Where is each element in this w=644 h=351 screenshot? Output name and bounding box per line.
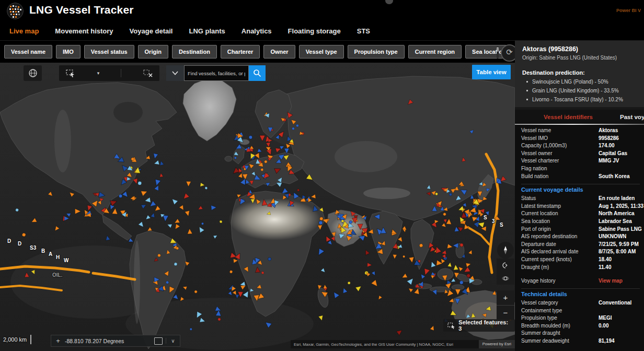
search-collapse-button[interactable]	[166, 65, 184, 81]
route-label: D	[7, 238, 11, 244]
prediction-text: Livorno - Toscana FSRU (Italy) - 10.2%	[532, 97, 623, 102]
detail-tabs: Vessel identifiers Past voyages	[515, 110, 644, 124]
map-canvas[interactable]: DDS3BAHWS3SOIL. ▾	[0, 63, 515, 351]
detail-row: Summer draught	[521, 330, 644, 337]
orbit-icon	[501, 275, 510, 282]
detail-value: Aktoras	[599, 127, 618, 135]
nav-tab-floating-storage[interactable]: Floating storage	[288, 27, 341, 35]
detail-value: 18.40	[599, 256, 612, 264]
search-icon	[253, 69, 261, 77]
orbit-button[interactable]	[497, 272, 514, 285]
filter-button-charterer[interactable]: Charterer	[221, 45, 260, 58]
vessel-marker[interactable]	[449, 193, 452, 196]
detail-row: Current speed (knots)18.40	[521, 256, 644, 264]
vessel-marker[interactable]	[348, 282, 351, 285]
detail-label: Vessel category	[521, 300, 558, 306]
lasso-select-icon	[65, 68, 76, 78]
locate-icon	[501, 262, 510, 269]
filter-button-vessel-status[interactable]: Vessel status	[84, 45, 134, 58]
clear-selection-button[interactable]	[143, 68, 153, 78]
route-label: S	[484, 215, 487, 220]
filter-button-vessel-name[interactable]: Vessel name	[4, 45, 52, 58]
header-notch	[385, 0, 393, 4]
filter-button-destination[interactable]: Destination	[172, 45, 217, 58]
prediction-item: Livorno - Toscana FSRU (Italy) - 10.2%	[522, 97, 644, 102]
bullet-icon	[526, 90, 528, 91]
filter-button-owner[interactable]: Owner	[263, 45, 295, 58]
zoom-in-button[interactable]: +	[497, 290, 514, 306]
filter-button-current-region[interactable]: Current region	[408, 45, 462, 58]
nav-tab-movement-history[interactable]: Movement history	[55, 27, 113, 35]
route-label: S	[500, 222, 503, 228]
select-dropdown-caret[interactable]: ▾	[97, 71, 100, 76]
detail-label: AIS declared arrival date	[521, 249, 579, 254]
detail-row: Capacity (1,000m3)174.00	[521, 142, 644, 150]
basemap-button[interactable]	[24, 65, 42, 81]
app-logo-icon	[6, 2, 24, 20]
destination-prediction-header: Destination prediction:	[522, 69, 644, 76]
detail-value: South Korea	[599, 173, 629, 181]
detail-row: StatusEn route laden	[521, 195, 644, 203]
table-view-button[interactable]: Table view	[472, 65, 511, 79]
detail-label: Containment type	[521, 308, 562, 313]
search-button[interactable]	[249, 65, 266, 81]
prediction-item: Grain LNG (United Kingdom) - 33.5%	[522, 88, 644, 93]
detail-row: Propulsion typeMEGI	[521, 314, 644, 322]
tab-vessel-identifiers[interactable]: Vessel identifiers	[544, 114, 593, 120]
vessel-marker[interactable]	[261, 272, 264, 275]
detail-row: Port of originSabine Pass LNG	[521, 226, 644, 233]
vessel-marker[interactable]	[292, 127, 294, 130]
detail-row: Containment type	[521, 307, 644, 315]
powered-by-esri: Powered by Esri	[479, 340, 515, 348]
detail-row: Flag nation	[521, 165, 644, 173]
compass-button[interactable]	[497, 242, 514, 259]
detail-value: Aug 1, 2025, 11:33 AM	[599, 203, 644, 210]
detail-value: North America	[599, 210, 635, 218]
detail-row: Draught (m)11.40	[521, 264, 644, 272]
detail-row: Latest timestampAug 1, 2025, 11:33 AM	[521, 203, 644, 210]
tab-past-voyages[interactable]: Past voyages	[620, 114, 644, 120]
zoom-out-button[interactable]: −	[497, 306, 514, 320]
detail-label: Breadth moulded (m)	[521, 323, 570, 329]
detail-label: Vessel charterer	[521, 158, 559, 163]
bullet-icon	[526, 99, 528, 100]
nav-tab-voyage-detail[interactable]: Voyage detail	[130, 27, 173, 35]
detail-row: Vessel categoryConventional	[521, 299, 644, 307]
detail-value: 0.00	[599, 322, 608, 330]
filter-scrollbar[interactable]	[497, 46, 499, 58]
route-label: H	[56, 254, 60, 260]
view-map-link[interactable]: View map	[599, 277, 623, 285]
locate-button[interactable]	[497, 259, 514, 272]
vessel-marker[interactable]	[176, 247, 179, 250]
detail-row: Summer deadweight81,194	[521, 337, 644, 345]
detail-label: Current speed (knots)	[521, 256, 572, 262]
destination-prediction-list: Swinoujscie LNG (Poland) - 50%Grain LNG …	[522, 79, 644, 102]
detail-label: Build nation	[521, 173, 548, 179]
selected-features-text: Selected features: 3	[458, 319, 511, 332]
coordinate-options-chevron[interactable]: ∨	[166, 338, 180, 344]
zoom-controls: + −	[497, 290, 514, 320]
filter-button-vessel-type[interactable]: Vessel type	[299, 45, 344, 58]
map-format-icon[interactable]	[154, 337, 163, 345]
coordinate-widget[interactable]: + -88.810 78.207 Degrees ∨	[51, 335, 180, 347]
nav-tab-analytics[interactable]: Analytics	[242, 27, 272, 35]
detail-row: Build nationSouth Korea	[521, 173, 644, 181]
selected-features-badge: Selected features: 3	[443, 319, 515, 332]
vessel-marker[interactable]	[459, 280, 463, 284]
nav-tab-lng-plants[interactable]: LNG plants	[189, 27, 225, 35]
filter-button-imo[interactable]: IMO	[56, 45, 80, 58]
detail-row: Vessel ownerCapital Gas	[521, 150, 644, 158]
route-label: A	[49, 251, 52, 257]
nav-tab-live-map[interactable]: Live map	[9, 27, 39, 35]
filter-button-propulsion-type[interactable]: Propulsion type	[348, 45, 405, 58]
detail-value: Capital Gas	[599, 150, 627, 158]
nav-tab-sts[interactable]: STS	[357, 27, 370, 35]
detail-value: En route laden	[599, 195, 635, 203]
search-input[interactable]	[185, 71, 248, 76]
filter-button-origin[interactable]: Origin	[138, 45, 168, 58]
world-map: DDS3BAHWS3SOIL.	[0, 63, 515, 351]
lasso-select-button[interactable]	[65, 68, 76, 78]
detail-label: Vessel owner	[521, 150, 552, 156]
vessel-origin-line: Origin: Sabine Pass LNG (United States)	[522, 55, 644, 61]
detail-row: Vessel chartererMMG JV	[521, 157, 644, 165]
